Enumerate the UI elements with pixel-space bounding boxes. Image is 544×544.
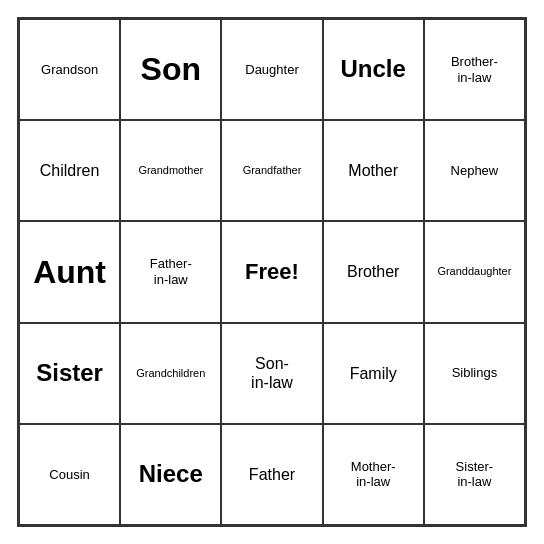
bingo-cell: Sister: [19, 323, 120, 424]
bingo-cell: Family: [323, 323, 424, 424]
cell-label: Niece: [139, 460, 203, 489]
cell-label: Grandfather: [243, 164, 302, 177]
bingo-cell: Grandfather: [221, 120, 322, 221]
cell-label: Free!: [245, 259, 299, 285]
cell-label: Mother-in-law: [351, 459, 396, 490]
cell-label: Family: [350, 364, 397, 383]
bingo-cell: Brother: [323, 221, 424, 322]
cell-label: Sister: [36, 359, 103, 388]
cell-label: Grandchildren: [136, 367, 205, 380]
bingo-board: GrandsonSonDaughterUncleBrother-in-lawCh…: [17, 17, 527, 527]
cell-label: Brother: [347, 262, 399, 281]
cell-label: Aunt: [33, 253, 106, 291]
cell-label: Father-in-law: [150, 256, 192, 287]
cell-label: Nephew: [451, 163, 499, 179]
bingo-cell: Niece: [120, 424, 221, 525]
cell-label: Granddaughter: [437, 265, 511, 278]
bingo-cell: Children: [19, 120, 120, 221]
cell-label: Son: [141, 50, 201, 88]
cell-label: Cousin: [49, 467, 89, 483]
bingo-cell: Mother-in-law: [323, 424, 424, 525]
bingo-cell: Siblings: [424, 323, 525, 424]
cell-label: Father: [249, 465, 295, 484]
bingo-cell: Cousin: [19, 424, 120, 525]
bingo-cell: Nephew: [424, 120, 525, 221]
bingo-cell: Grandchildren: [120, 323, 221, 424]
cell-label: Grandmother: [138, 164, 203, 177]
cell-label: Grandson: [41, 62, 98, 78]
bingo-cell: Sister-in-law: [424, 424, 525, 525]
bingo-cell: Free!: [221, 221, 322, 322]
bingo-cell: Father-in-law: [120, 221, 221, 322]
bingo-cell: Grandmother: [120, 120, 221, 221]
cell-label: Son-in-law: [251, 354, 293, 392]
bingo-cell: Mother: [323, 120, 424, 221]
bingo-cell: Aunt: [19, 221, 120, 322]
cell-label: Uncle: [341, 55, 406, 84]
bingo-cell: Brother-in-law: [424, 19, 525, 120]
cell-label: Mother: [348, 161, 398, 180]
bingo-cell: Grandson: [19, 19, 120, 120]
cell-label: Siblings: [452, 365, 498, 381]
bingo-cell: Granddaughter: [424, 221, 525, 322]
cell-label: Daughter: [245, 62, 298, 78]
cell-label: Children: [40, 161, 100, 180]
cell-label: Brother-in-law: [451, 54, 498, 85]
bingo-cell: Son: [120, 19, 221, 120]
bingo-cell: Son-in-law: [221, 323, 322, 424]
bingo-cell: Daughter: [221, 19, 322, 120]
cell-label: Sister-in-law: [456, 459, 494, 490]
bingo-cell: Father: [221, 424, 322, 525]
bingo-cell: Uncle: [323, 19, 424, 120]
